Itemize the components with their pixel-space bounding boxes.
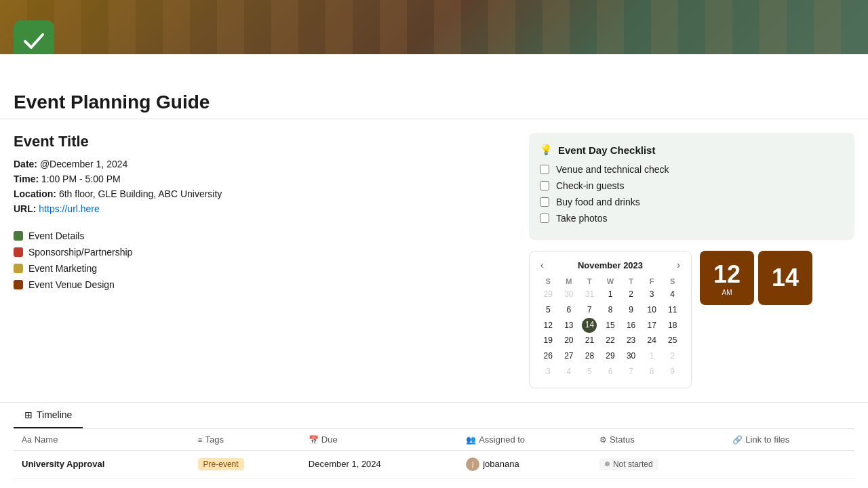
calendar-day[interactable]: 19 — [538, 333, 559, 348]
calendar-day[interactable]: 4 — [662, 287, 683, 302]
navigation-links: Event DetailsSponsorship/PartnershipEven… — [14, 228, 515, 293]
nav-label-venue-design: Event Venue Design — [28, 279, 115, 290]
calendar-day[interactable]: 15 — [600, 318, 621, 333]
calendar-day[interactable]: 27 — [559, 348, 580, 364]
sidebar-item-venue-design[interactable]: Event Venue Design — [14, 277, 515, 293]
checklist-item-check-in: Check-in guests — [540, 180, 844, 191]
checklist-box: 💡 Event Day Checklist Venue and technica… — [529, 133, 854, 240]
checklist-item-photos: Take photos — [540, 213, 844, 224]
time-label: Time: — [14, 174, 39, 184]
col-header-assigned: 👥Assigned to — [458, 429, 591, 451]
calendar-day[interactable]: 8 — [600, 302, 621, 318]
calendar-day[interactable]: 11 — [662, 302, 683, 318]
calendar-day[interactable]: 6 — [559, 302, 580, 318]
cal-day-header: W — [600, 276, 621, 287]
nav-dot-sponsorship — [14, 247, 23, 257]
calendar-next-button[interactable]: › — [674, 260, 683, 270]
big-number-14: 14 — [758, 251, 812, 305]
date-label: Date: — [14, 159, 37, 169]
cal-day-header: T — [620, 276, 642, 287]
calendar-day[interactable]: 7 — [579, 302, 600, 318]
checklist-label-venue-check: Venue and technical check — [556, 164, 669, 175]
nav-label-event-details: Event Details — [28, 230, 84, 241]
calendar-day[interactable]: 30 — [620, 348, 642, 364]
cal-day-header: S — [662, 276, 683, 287]
col-header-status: ⚙Status — [591, 429, 724, 451]
checkbox-food-drinks[interactable] — [540, 197, 549, 207]
calendar-day[interactable]: 17 — [642, 318, 663, 333]
calendar-day[interactable]: 30 — [559, 287, 580, 302]
location-label: Location: — [14, 188, 56, 199]
calendar-day[interactable]: 2 — [662, 348, 683, 364]
app-logo — [14, 20, 54, 54]
sidebar-item-marketing[interactable]: Event Marketing — [14, 260, 515, 277]
calendar-day[interactable]: 8 — [642, 364, 663, 380]
cal-day-header: T — [579, 276, 600, 287]
calendar-day[interactable]: 9 — [620, 302, 642, 318]
calendar-title: November 2023 — [578, 260, 643, 270]
nav-label-sponsorship: Sponsorship/Partnership — [28, 247, 132, 258]
calendar-day[interactable]: 26 — [538, 348, 559, 364]
big-numbers-area: 12 AM 14 — [700, 251, 812, 305]
cell-due: December 1, 2024 — [300, 450, 458, 478]
cell-status: Not started — [591, 450, 724, 478]
calendar-day[interactable]: 20 — [559, 333, 580, 348]
timeline-tab-icon: ⊞ — [24, 409, 33, 420]
hero-image — [0, 0, 868, 54]
nav-dot-venue-design — [14, 280, 23, 289]
url-value[interactable]: https://url.here — [39, 203, 100, 214]
calendar-day[interactable]: 29 — [538, 287, 559, 302]
calendar-day[interactable]: 9 — [662, 364, 683, 380]
checklist-item-food-drinks: Buy food and drinks — [540, 197, 844, 207]
timeline-tab-label: Timeline — [37, 409, 72, 420]
calendar-day[interactable]: 5 — [579, 364, 600, 380]
calendar-day[interactable]: 3 — [642, 287, 663, 302]
date-value: @December 1, 2024 — [40, 159, 127, 169]
tab-timeline[interactable]: ⊞ Timeline — [14, 403, 83, 428]
calendar-day[interactable]: 18 — [662, 318, 683, 333]
calendar-day[interactable]: 23 — [620, 333, 642, 348]
col-header-name: AaName — [14, 429, 190, 451]
calendar-day[interactable]: 1 — [642, 348, 663, 364]
calendar-day[interactable]: 2 — [620, 287, 642, 302]
sidebar-item-event-details[interactable]: Event Details — [14, 228, 515, 244]
calendar-day[interactable]: 21 — [579, 333, 600, 348]
checkbox-venue-check[interactable] — [540, 165, 549, 174]
calendar-day[interactable]: 25 — [662, 333, 683, 348]
cell-name: University Approval — [14, 450, 190, 478]
calendar-day[interactable]: 3 — [538, 364, 559, 380]
time-value: 1:00 PM - 5:00 PM — [41, 174, 121, 184]
cal-day-header: S — [538, 276, 559, 287]
checklist-label-food-drinks: Buy food and drinks — [556, 197, 640, 207]
calendar-day[interactable]: 24 — [642, 333, 663, 348]
calendar-day[interactable]: 13 — [559, 318, 580, 333]
calendar-day[interactable]: 22 — [600, 333, 621, 348]
big-number-12: 12 AM — [700, 251, 754, 305]
calendar-day[interactable]: 16 — [620, 318, 642, 333]
sidebar-item-sponsorship[interactable]: Sponsorship/Partnership — [14, 244, 515, 260]
table-row: University ApprovalPre-eventDecember 1, … — [14, 450, 854, 478]
nav-label-marketing: Event Marketing — [28, 263, 97, 274]
calendar-day[interactable]: 29 — [600, 348, 621, 364]
calendar-day[interactable]: 12 — [538, 318, 559, 333]
calendar-day[interactable]: 31 — [579, 287, 600, 302]
calendar-widget: ‹ November 2023 › SMTWTFS293031123456789… — [529, 251, 692, 388]
calendar-day[interactable]: 4 — [559, 364, 580, 380]
checklist-label-photos: Take photos — [556, 213, 608, 224]
checkbox-photos[interactable] — [540, 214, 549, 223]
calendar-day[interactable]: 10 — [642, 302, 663, 318]
col-header-files: 🔗Link to files — [724, 429, 854, 451]
cal-day-header: F — [642, 276, 663, 287]
calendar-today[interactable]: 14 — [582, 318, 597, 333]
calendar-day[interactable]: 7 — [620, 364, 642, 380]
page-title: Event Planning Guide — [14, 92, 854, 113]
calendar-day[interactable]: 5 — [538, 302, 559, 318]
location-value: 6th floor, GLE Building, ABC University — [59, 188, 222, 199]
calendar-day[interactable]: 6 — [600, 364, 621, 380]
cal-day-header: M — [559, 276, 580, 287]
calendar-day[interactable]: 1 — [600, 287, 621, 302]
checkbox-check-in[interactable] — [540, 181, 549, 190]
calendar-prev-button[interactable]: ‹ — [538, 260, 547, 270]
calendar-day[interactable]: 28 — [579, 348, 600, 364]
checklist-item-venue-check: Venue and technical check — [540, 164, 844, 175]
